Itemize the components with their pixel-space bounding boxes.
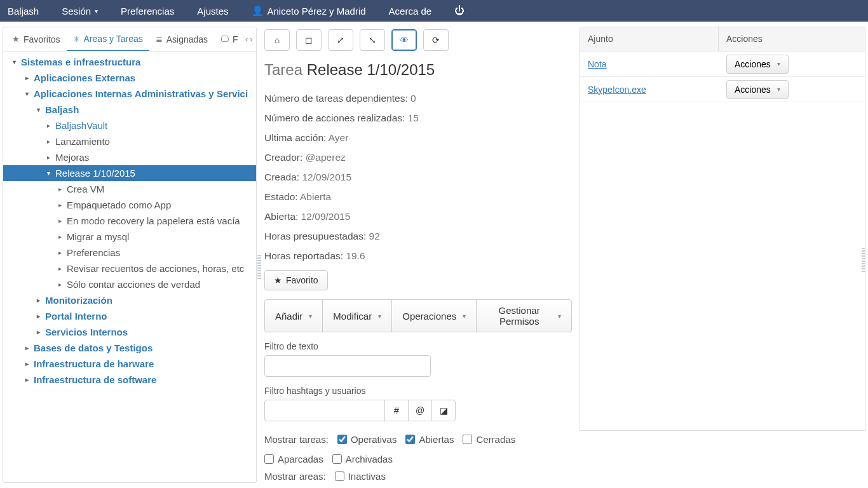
menu-user[interactable]: 👤Aniceto Pérez y Madrid [240,0,377,22]
caret-right-icon: ▸ [55,229,64,245]
hash-button[interactable]: # [384,400,409,421]
chevron-down-icon: ▾ [95,8,98,15]
caret-right-icon: ▸ [34,292,43,308]
tab-areas[interactable]: ✳Areas y Tareas [67,27,149,51]
tree-node[interactable]: ▾Aplicaciones Internas Administrativas y… [3,86,256,102]
tree-node[interactable]: ▸Portal Interno [3,308,256,324]
tree[interactable]: ▾Sistemas e infraestructura ▸Aplicacione… [3,51,256,482]
sidebar-tabs: ★Favoritos ✳Areas y Tareas ≣Asignadas 🖵F… [3,27,256,51]
expand-button[interactable]: ⤢ [328,29,353,51]
collapse-button[interactable]: ⤡ [360,29,385,51]
tree-node[interactable]: ▸Preferencias [3,245,256,261]
eye-slash-icon: 👁 [400,35,409,45]
chk-aparcadas[interactable]: Aparcadas [264,454,323,464]
attachment-row: Nota Acciones▾ [580,51,865,77]
tree-node[interactable]: ▾Sistemas e infraestructura [3,54,256,70]
chk-abiertas[interactable]: Abiertas [405,434,454,445]
caret-down-icon: ▾ [10,54,18,70]
field-created: Creada: 12/09/2015 [264,172,572,183]
tabs-next-icon[interactable]: › [249,34,254,44]
filter-hashtag-label: Filtro hashtags y usuarios [264,386,572,396]
field-dependents: Número de tareas dependientes: 0 [264,93,572,104]
collapse-icon: ⤡ [369,35,376,45]
tree-node[interactable]: ▸Servicios Internos [3,324,256,340]
attachment-link[interactable]: Nota [588,59,607,69]
filter-hashtag-input[interactable] [264,400,385,421]
attachment-link[interactable]: SkypeIcon.exe [588,85,646,95]
chk-inactivas[interactable]: Inactivas [335,471,386,482]
tree-node[interactable]: ▾Baljash [3,102,256,118]
tabs-prev-icon[interactable]: ‹ [245,34,249,44]
chk-archivadas[interactable]: Archivadas [332,454,393,464]
tree-node[interactable]: ▸Bases de datos y Testigos [3,340,256,356]
chevron-down-icon: ▾ [777,86,780,93]
add-dropdown[interactable]: Añadir▾ [264,299,323,332]
tree-node[interactable]: ▸BaljashVault [3,118,256,133]
chevron-down-icon: ▾ [777,60,780,67]
tree-node[interactable]: ▸Crea VM [3,181,256,197]
tree-node[interactable]: ▸Migrar a mysql [3,229,256,245]
tree-node[interactable]: ▸Sólo contar acciones de verdad [3,276,256,292]
row-actions-dropdown[interactable]: Acciones▾ [726,80,789,99]
refresh-button[interactable]: ⟳ [423,29,449,51]
tab-assigned[interactable]: ≣Asignadas [149,27,214,51]
tree-node[interactable]: ▸Infraestructura de software [3,372,256,388]
menu-about[interactable]: Acerca de [377,0,444,22]
favorite-button[interactable]: ★Favorito [264,270,328,290]
refresh-icon: ⟳ [432,35,440,45]
tab-extra[interactable]: 🖵F [214,27,245,51]
chk-cerradas[interactable]: Cerradas [463,434,515,445]
tree-node[interactable]: ▸Monitorización [3,292,256,308]
tree-node[interactable]: ▸Empaquetado como App [3,197,256,213]
tree-node-selected[interactable]: ▾Release 1/10/2015 [3,165,256,181]
tree-node[interactable]: ▸Revisar recuentos de acciones, horas, e… [3,261,256,276]
maximize-button[interactable]: ◻ [296,29,322,51]
filter-text-label: Filtro de texto [264,341,572,351]
caret-right-icon: ▸ [55,276,64,292]
visibility-button[interactable]: 👁 [391,29,417,51]
main-panel: ⌂ ◻ ⤢ ⤡ 👁 ⟳ Tarea Release 1/10/2015 Núme… [257,22,580,488]
tab-favorites[interactable]: ★Favoritos [6,27,67,51]
menu-settings[interactable]: Ajustes [186,0,240,22]
caret-right-icon: ▸ [22,372,31,388]
operations-dropdown[interactable]: Operaciones▾ [391,299,477,332]
tree-node[interactable]: ▸Aplicaciones Externas [3,70,256,86]
field-last-action: Ultima acción: Ayer [264,132,572,144]
modify-dropdown[interactable]: Modificar▾ [322,299,392,332]
menu-session[interactable]: Sesión▾ [50,0,109,22]
star-icon: ★ [274,275,282,285]
monitor-icon: 🖵 [220,34,229,44]
at-icon: @ [416,405,424,416]
at-button[interactable]: @ [408,400,432,421]
caret-down-icon: ▾ [22,86,31,102]
power-icon[interactable]: ⏻ [443,0,476,22]
hash-icon: # [394,405,399,416]
caret-right-icon: ▸ [34,308,43,324]
caret-right-icon: ▸ [34,324,43,340]
caret-right-icon: ▸ [55,245,64,261]
right-splitter-handle[interactable] [862,248,865,273]
attachments-header: Ajunto Acciones [580,27,865,51]
main-toolbar: ⌂ ◻ ⤢ ⤡ 👁 ⟳ [264,29,572,51]
tree-node[interactable]: ▸Mejoras [3,149,256,165]
field-status: Estado: Abierta [264,191,572,203]
tree-node[interactable]: ▸Lanzamiento [3,133,256,149]
field-hours-budget: Horas presupuestadas: 92 [264,231,572,242]
menu-preferences[interactable]: Preferencias [109,0,186,22]
caret-right-icon: ▸ [55,197,64,213]
star-icon: ★ [12,34,20,44]
row-actions-dropdown[interactable]: Acciones▾ [726,55,789,74]
brand[interactable]: Baljash [5,0,50,22]
show-tasks-label: Mostrar tareas: [264,434,329,445]
tree-node[interactable]: ▸Infraestructura de harware [3,356,256,372]
show-areas-row: Mostrar areas: Inactivas [264,471,572,482]
home-button[interactable]: ⌂ [264,29,290,51]
erase-button[interactable]: ◪ [431,400,456,421]
top-menu-bar: Baljash Sesión▾ Preferencias Ajustes 👤An… [0,0,868,22]
chk-operativas[interactable]: Operativas [337,434,397,445]
permissions-dropdown[interactable]: Gestionar Permisos▾ [476,299,572,332]
caret-right-icon: ▸ [22,340,31,356]
tree-node[interactable]: ▸En modo recovery la papelera está vacía [3,213,256,229]
chevron-down-icon: ▾ [463,313,466,320]
filter-text-input[interactable] [264,355,431,377]
